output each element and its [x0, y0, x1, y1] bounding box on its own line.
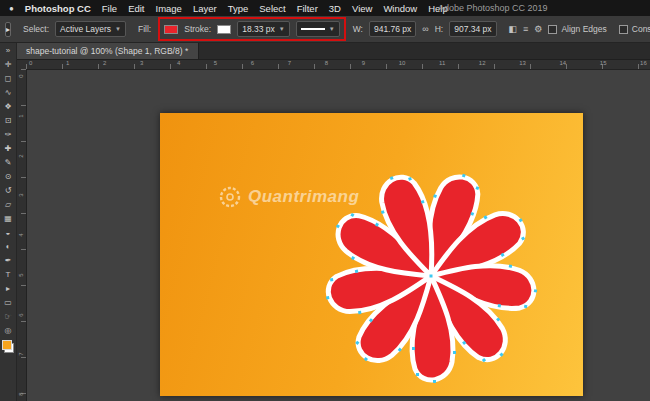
path-anchor-point[interactable]: [524, 305, 527, 308]
align-edges-checkbox[interactable]: Align Edges: [548, 24, 606, 34]
checkbox-icon: [619, 25, 628, 34]
ruler-number: 1: [66, 59, 69, 69]
width-field[interactable]: 941.76 px: [369, 21, 416, 37]
menu-item-window[interactable]: Window: [383, 3, 417, 14]
ruler-number: 7: [18, 353, 24, 356]
ruler-number: 0: [18, 74, 24, 77]
brush-tool[interactable]: ✎: [1, 155, 15, 169]
type-tool[interactable]: T: [1, 267, 15, 281]
menu-item-layer[interactable]: Layer: [193, 3, 217, 14]
width-value: 941.76 px: [374, 24, 411, 34]
menu-item-type[interactable]: Type: [228, 3, 249, 14]
path-anchor-point[interactable]: [355, 270, 358, 273]
color-swatches: [2, 340, 14, 353]
stroke-style-line-icon: [301, 28, 325, 30]
canvas-viewport[interactable]: Quantrimang: [26, 69, 650, 401]
stroke-width-dropdown[interactable]: 18.33 px ▼: [237, 21, 290, 37]
fill-color-swatch[interactable]: [164, 25, 178, 34]
menu-item-image[interactable]: Image: [156, 3, 182, 14]
ruler-number: 3: [140, 59, 143, 69]
clone-stamp-tool[interactable]: ⊙: [1, 169, 15, 183]
path-anchor-point[interactable]: [416, 373, 419, 376]
lasso-tool[interactable]: ∿: [1, 85, 15, 99]
menu-item-filter[interactable]: Filter: [297, 3, 318, 14]
path-center-anchor-point[interactable]: [430, 275, 433, 278]
menu-item-select[interactable]: Select: [259, 3, 285, 14]
healing-brush-tool[interactable]: ✚: [1, 141, 15, 155]
path-anchor-point[interactable]: [498, 304, 501, 307]
select-mode-dropdown[interactable]: Active Layers ▼: [55, 21, 126, 37]
path-anchor-point[interactable]: [534, 289, 537, 292]
pen-tool[interactable]: ✒: [1, 253, 15, 267]
menu-item-3d[interactable]: 3D: [329, 3, 341, 14]
apple-logo-icon[interactable]: ●: [9, 4, 14, 13]
path-selection-tool[interactable]: ▸: [1, 281, 15, 295]
stroke-color-swatch[interactable]: [217, 25, 231, 34]
link-dimensions-icon[interactable]: ∞: [422, 24, 428, 34]
width-label: W:: [353, 24, 363, 34]
ruler-number: 1: [18, 114, 24, 117]
stroke-style-dropdown[interactable]: ▼: [296, 21, 340, 37]
height-label: H:: [435, 24, 444, 34]
app-menu[interactable]: Photoshop CC: [25, 3, 91, 14]
blur-tool[interactable]: ◒: [1, 225, 15, 239]
ruler-number: 10: [399, 59, 406, 69]
path-anchor-point[interactable]: [509, 264, 512, 267]
path-anchor-point[interactable]: [326, 296, 329, 299]
quick-selection-tool[interactable]: ❖: [1, 99, 15, 113]
constrain-path-dragging-checkbox[interactable]: Constrain Path Dragging: [619, 24, 650, 34]
height-field[interactable]: 907.34 px: [449, 21, 496, 37]
chevron-down-icon: ▼: [279, 26, 285, 32]
move-tool[interactable]: ✛: [1, 57, 15, 71]
document-canvas[interactable]: Quantrimang: [160, 113, 583, 396]
document-tab[interactable]: shape-tutorial @ 100% (Shape 1, RGB/8) *: [16, 42, 199, 59]
menu-item-view[interactable]: View: [352, 3, 372, 14]
path-anchor-point[interactable]: [330, 278, 333, 281]
marquee-tool[interactable]: ◻: [1, 71, 15, 85]
menu-item-edit[interactable]: Edit: [128, 3, 144, 14]
stroke-options-highlight: Stroke: 18.33 px ▼ ▼: [158, 17, 345, 41]
ruler-number: 15: [600, 59, 607, 69]
current-tool-icon[interactable]: ▸: [5, 22, 11, 37]
ruler-number: 7: [288, 59, 291, 69]
tool-options-bar: ▸ Select: Active Layers ▼ Fill: Stroke: …: [0, 16, 650, 43]
menu-bar: ● Photoshop CC FileEditImageLayerTypeSel…: [0, 0, 650, 16]
dodge-tool[interactable]: ◐: [1, 239, 15, 253]
tools-panel: »✛◻∿❖⊡✑✚✎⊙↺▱▦◒◐✒T▸▭☞◎: [0, 42, 17, 401]
select-mode-value: Active Layers: [60, 24, 111, 34]
eraser-tool[interactable]: ▱: [1, 197, 15, 211]
crop-tool[interactable]: ⊡: [1, 113, 15, 127]
flower-shape[interactable]: [321, 166, 541, 386]
ruler-number: 2: [103, 59, 106, 69]
stroke-width-value: 18.33 px: [242, 24, 275, 34]
constrain-path-dragging-label: Constrain Path Dragging: [632, 24, 650, 34]
path-operations-icon[interactable]: ◧: [509, 24, 518, 34]
photoshop-window: { "menu_bar": { "apple_icon": "●", "app_…: [0, 0, 650, 401]
vertical-ruler[interactable]: 012345678: [16, 69, 27, 401]
ruler-number: 12: [479, 59, 486, 69]
shape-tool[interactable]: ▭: [1, 295, 15, 309]
fill-label: Fill:: [138, 24, 151, 34]
watermark-logo-icon: [218, 185, 242, 209]
zoom-tool[interactable]: ◎: [1, 323, 15, 337]
document-tab-bar: shape-tutorial @ 100% (Shape 1, RGB/8) *: [16, 42, 650, 60]
ruler-number: 13: [519, 59, 526, 69]
path-alignment-icon[interactable]: ≡: [523, 24, 528, 34]
history-brush-tool[interactable]: ↺: [1, 183, 15, 197]
horizontal-ruler[interactable]: 012345678910111213141516: [26, 59, 650, 70]
path-anchor-point[interactable]: [453, 351, 456, 354]
ruler-number: 8: [325, 59, 328, 69]
toolbar-expand-icon[interactable]: »: [1, 43, 15, 57]
eyedropper-tool[interactable]: ✑: [1, 127, 15, 141]
gradient-tool[interactable]: ▦: [1, 211, 15, 225]
menu-item-file[interactable]: File: [102, 3, 117, 14]
ruler-number: 14: [559, 59, 566, 69]
gear-icon[interactable]: ⚙: [534, 24, 542, 34]
hand-tool[interactable]: ☞: [1, 309, 15, 323]
path-anchor-point[interactable]: [433, 380, 436, 383]
path-anchor-point[interactable]: [358, 311, 361, 314]
height-value: 907.34 px: [454, 24, 491, 34]
ruler-number: 6: [251, 59, 254, 69]
path-anchor-point[interactable]: [412, 347, 415, 350]
foreground-color-swatch[interactable]: [2, 340, 12, 350]
